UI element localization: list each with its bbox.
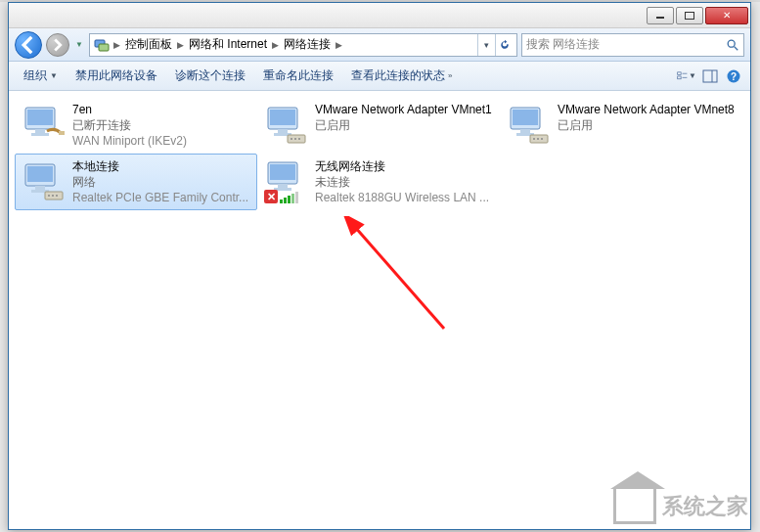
- svg-rect-1: [99, 44, 109, 51]
- explorer-window: ▼ ▶ 控制面板 ▶ 网络和 Internet ▶ 网络连接 ▶ ▾ 搜索 网络…: [8, 2, 751, 530]
- breadcrumb-link-network-connections[interactable]: 网络连接: [283, 36, 332, 53]
- watermark-text: 系统之家: [662, 492, 748, 521]
- svg-text:?: ?: [731, 71, 737, 82]
- connection-status: 已启用: [558, 117, 735, 133]
- svg-rect-13: [27, 110, 53, 125]
- network-connections-icon: [94, 37, 110, 53]
- svg-point-39: [52, 195, 54, 197]
- connection-status: 网络: [72, 174, 248, 190]
- breadcrumb-sep-icon[interactable]: ▶: [334, 40, 344, 50]
- help-button[interactable]: ?: [723, 66, 744, 87]
- svg-rect-5: [678, 76, 681, 79]
- svg-point-30: [533, 138, 535, 140]
- connection-icon: [505, 102, 552, 149]
- connection-name: VMware Network Adapter VMnet8: [558, 102, 735, 117]
- diagnose-connection-button[interactable]: 诊断这个连接: [166, 65, 254, 87]
- connection-name: 7en: [72, 102, 187, 117]
- breadcrumb-link-network-internet[interactable]: 网络和 Internet: [188, 36, 268, 53]
- svg-point-24: [298, 138, 300, 140]
- connection-icon: [262, 102, 309, 149]
- svg-rect-19: [278, 129, 288, 133]
- view-status-button[interactable]: 查看此连接的状态»: [342, 65, 461, 87]
- svg-point-40: [56, 195, 58, 197]
- breadcrumb-link-control-panel[interactable]: 控制面板: [124, 36, 173, 53]
- forward-button[interactable]: [46, 33, 69, 57]
- svg-point-22: [291, 138, 292, 140]
- svg-rect-27: [520, 129, 530, 133]
- breadcrumb-bar[interactable]: ▶ 控制面板 ▶ 网络和 Internet ▶ 网络连接 ▶ ▾: [89, 33, 517, 57]
- svg-rect-43: [278, 184, 288, 188]
- rename-connection-button[interactable]: 重命名此连接: [254, 65, 342, 87]
- view-options-button[interactable]: ▼: [676, 66, 697, 87]
- svg-point-2: [728, 40, 735, 47]
- svg-rect-26: [513, 110, 538, 125]
- connection-device: WAN Miniport (IKEv2): [72, 133, 187, 149]
- svg-rect-35: [35, 186, 45, 190]
- connection-item-selected[interactable]: 本地连接 网络 Realtek PCIe GBE Family Contr...: [15, 154, 257, 210]
- svg-rect-4: [678, 71, 681, 74]
- connection-icon: [20, 102, 67, 149]
- connection-device: Realtek PCIe GBE Family Contr...: [72, 190, 248, 205]
- connections-pane[interactable]: 7en 已断开连接 WAN Miniport (IKEv2) VMware Ne…: [9, 91, 750, 529]
- connection-icon: ✕: [262, 158, 309, 205]
- svg-rect-42: [270, 164, 295, 180]
- watermark: 系统之家: [613, 489, 748, 524]
- window-titlebar: [9, 3, 750, 28]
- organize-menu[interactable]: 组织▼: [15, 65, 67, 87]
- search-placeholder: 搜索 网络连接: [526, 36, 600, 53]
- breadcrumb-sep-icon[interactable]: ▶: [175, 40, 186, 50]
- connection-icon: [20, 158, 67, 205]
- connection-name: 无线网络连接: [315, 158, 489, 174]
- svg-rect-34: [27, 166, 53, 182]
- svg-rect-8: [703, 70, 717, 82]
- connection-name: VMware Network Adapter VMnet1: [315, 102, 492, 117]
- maximize-button[interactable]: [676, 7, 703, 24]
- refresh-button[interactable]: [495, 34, 513, 56]
- svg-rect-15: [31, 133, 49, 136]
- svg-rect-16: [59, 131, 65, 135]
- svg-rect-14: [35, 129, 45, 133]
- watermark-logo-icon: [613, 489, 656, 524]
- connection-status: 已启用: [315, 117, 492, 133]
- search-input[interactable]: 搜索 网络连接: [521, 33, 744, 57]
- minimize-button[interactable]: [647, 7, 674, 24]
- search-icon: [726, 38, 739, 52]
- connection-item[interactable]: VMware Network Adapter VMnet8 已启用: [500, 97, 742, 154]
- back-button[interactable]: [15, 31, 42, 59]
- preview-pane-button[interactable]: [699, 66, 721, 87]
- connection-item[interactable]: ✕ 无线网络连接 未连接 Realtek 8188GU Wireless LAN…: [257, 154, 500, 210]
- command-bar: 组织▼ 禁用此网络设备 诊断这个连接 重命名此连接 查看此连接的状态» ▼ ?: [9, 62, 750, 91]
- disconnected-x-icon: ✕: [264, 190, 278, 203]
- connection-item[interactable]: 7en 已断开连接 WAN Miniport (IKEv2): [15, 97, 257, 154]
- connection-status: 未连接: [315, 174, 489, 190]
- svg-point-38: [48, 195, 50, 197]
- breadcrumb-dropdown[interactable]: ▾: [477, 34, 495, 56]
- svg-rect-18: [270, 110, 295, 125]
- close-button[interactable]: [705, 7, 748, 24]
- nav-history-dropdown[interactable]: ▼: [73, 40, 85, 49]
- svg-line-3: [735, 46, 738, 50]
- connection-item[interactable]: VMware Network Adapter VMnet1 已启用: [257, 97, 500, 154]
- address-bar-row: ▼ ▶ 控制面板 ▶ 网络和 Internet ▶ 网络连接 ▶ ▾ 搜索 网络…: [9, 28, 750, 62]
- connection-device: Realtek 8188GU Wireless LAN ...: [315, 190, 489, 205]
- disable-device-button[interactable]: 禁用此网络设备: [67, 65, 166, 87]
- svg-point-32: [541, 138, 543, 140]
- svg-point-23: [294, 138, 296, 140]
- connection-name: 本地连接: [72, 158, 248, 174]
- svg-point-31: [537, 138, 539, 140]
- connection-status: 已断开连接: [72, 117, 187, 133]
- breadcrumb-sep-icon[interactable]: ▶: [270, 40, 281, 50]
- wifi-signal-icon: [280, 192, 298, 203]
- breadcrumb-sep-icon[interactable]: ▶: [112, 40, 122, 50]
